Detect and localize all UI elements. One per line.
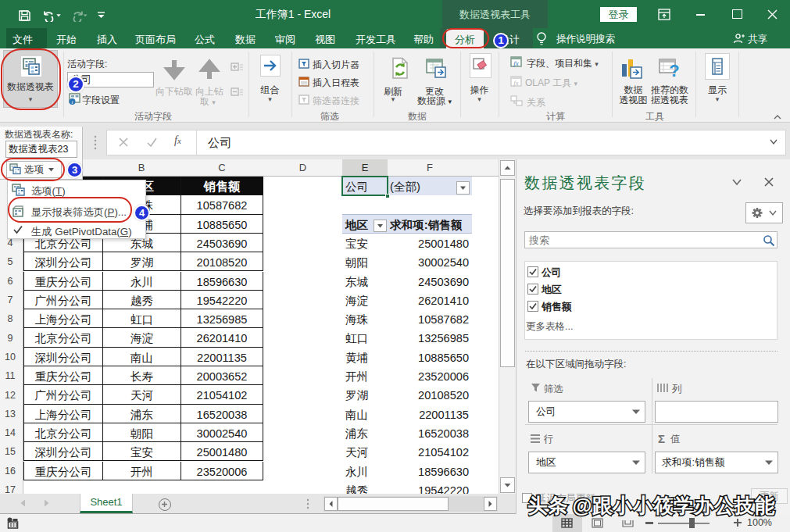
svg-text:fx: fx: [513, 79, 519, 87]
svg-text:i: i: [72, 99, 73, 105]
svg-text:头条 @跟小小筱学办公技能: 头条 @跟小小筱学办公技能: [527, 495, 775, 516]
svg-text:fx: fx: [513, 59, 519, 67]
svg-text:?: ?: [669, 61, 679, 80]
